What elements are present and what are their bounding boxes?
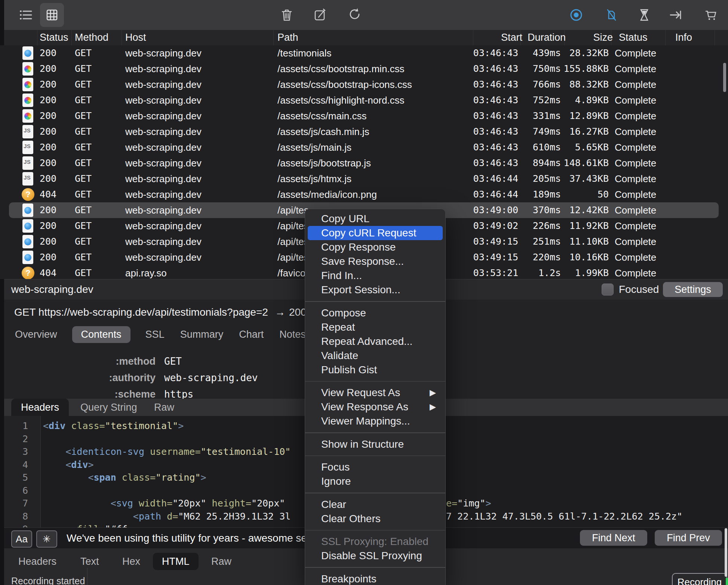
table-row[interactable]: JS200GETweb-scraping.dev/assets/js/cash.…	[0, 124, 728, 140]
cell-state: Complete	[615, 218, 667, 234]
cell-status: 200	[40, 155, 71, 171]
cell-host: web-scraping.dev	[125, 218, 272, 234]
table-row[interactable]: 200GETweb-scraping.dev/assets/css/highli…	[0, 92, 728, 108]
refresh-icon[interactable]	[343, 3, 367, 27]
table-row[interactable]: 200GETweb-scraping.dev/assets/css/bootst…	[0, 77, 728, 92]
app-window: Status Method Host Path Start Duration S…	[0, 0, 728, 585]
table-view-icon[interactable]	[40, 3, 64, 27]
record-icon[interactable]	[564, 3, 588, 27]
cell-start: 03:49:15	[451, 249, 518, 265]
cell-start: 03:49:02	[451, 218, 518, 234]
table-row[interactable]: JS200GETweb-scraping.dev/assets/js/main.…	[0, 140, 728, 155]
list-view-icon[interactable]	[14, 3, 38, 27]
detail-tabs: OverviewContentsSSLSummaryChartNotes	[14, 326, 307, 343]
menu-item-copy-response[interactable]: Copy Response	[308, 240, 443, 254]
table-header: Status Method Host Path Start Duration S…	[4, 30, 728, 45]
js-file-icon: JS	[22, 156, 34, 170]
viewer-tab-raw[interactable]: Raw	[202, 553, 240, 570]
menu-item-copy-url[interactable]: Copy URL	[308, 212, 443, 226]
table-row[interactable]: 200GETweb-scraping.dev/assets/css/main.c…	[0, 108, 728, 124]
subtab-headers[interactable]: Headers	[11, 399, 69, 416]
recording-button[interactable]: Recording	[672, 573, 727, 585]
bottom-scrollbar[interactable]	[725, 528, 727, 577]
ssl-slash-icon[interactable]	[599, 3, 623, 27]
cell-host: web-scraping.dev	[125, 187, 272, 202]
menu-item-repeat[interactable]: Repeat	[308, 320, 443, 334]
match-case-button[interactable]: Aa	[11, 530, 32, 548]
tab-notes[interactable]: Notes	[279, 326, 307, 343]
menu-item-repeat-advanced[interactable]: Repeat Advanced...	[308, 334, 443, 349]
table-row[interactable]: ?404GETweb-scraping.dev/assets/media/ico…	[0, 187, 728, 202]
table-row[interactable]: 200GETweb-scraping.dev/assets/css/bootst…	[0, 61, 728, 77]
header-key: :authority	[4, 370, 156, 386]
table-row[interactable]: JS200GETweb-scraping.dev/assets/js/boots…	[0, 155, 728, 171]
menu-item-export-session[interactable]: Export Session...	[308, 283, 443, 297]
menu-item-view-response-as[interactable]: View Response As▶	[308, 400, 443, 414]
cell-start: 03:49:15	[451, 234, 518, 249]
menu-item-publish-gist[interactable]: Publish Gist	[308, 363, 443, 377]
table-row[interactable]: JS200GETweb-scraping.dev/assets/js/htmx.…	[0, 171, 728, 187]
cell-host: web-scraping.dev	[125, 124, 272, 140]
menu-item-save-response[interactable]: Save Response...	[308, 254, 443, 269]
hourglass-icon[interactable]	[632, 3, 656, 27]
cell-size: 12.42KB	[553, 202, 609, 218]
col-status[interactable]: Status	[40, 30, 68, 45]
settings-button[interactable]: Settings	[663, 282, 723, 297]
table-scrollbar[interactable]	[723, 63, 726, 92]
menu-item-view-request-as[interactable]: View Request As▶	[308, 386, 443, 400]
cell-status: 200	[40, 92, 71, 108]
col-host[interactable]: Host	[125, 30, 146, 45]
trash-icon[interactable]	[275, 3, 299, 27]
col-path[interactable]: Path	[277, 30, 298, 45]
tab-chart[interactable]: Chart	[238, 326, 264, 343]
menu-item-clear[interactable]: Clear	[308, 497, 443, 512]
viewer-tab-text[interactable]: Text	[71, 553, 108, 570]
col-start[interactable]: Start	[455, 30, 522, 45]
regex-button[interactable]: ✳	[36, 530, 57, 548]
tab-overview[interactable]: Overview	[14, 326, 58, 343]
menu-item-validate[interactable]: Validate	[308, 349, 443, 363]
menu-item-show-in-structure[interactable]: Show in Structure	[308, 437, 443, 451]
find-next-button[interactable]: Find Next	[580, 530, 647, 546]
menu-item-ignore[interactable]: Ignore	[308, 474, 443, 488]
subtab-raw[interactable]: Raw	[144, 399, 184, 416]
col-size[interactable]: Size	[557, 30, 613, 45]
cell-path: /assets/css/bootstrap.min.css	[277, 61, 479, 77]
compose-icon[interactable]	[308, 3, 332, 27]
col-method[interactable]: Method	[75, 30, 108, 45]
col-info[interactable]: Info	[675, 30, 692, 45]
cell-state: Complete	[615, 155, 667, 171]
menu-item-copy-curl-request[interactable]: Copy cURL Request	[308, 226, 443, 240]
cell-state: Complete	[615, 108, 667, 124]
cell-host: web-scraping.dev	[125, 249, 272, 265]
cell-path: /assets/js/cash.min.js	[277, 124, 479, 140]
menu-item-clear-others[interactable]: Clear Others	[308, 512, 443, 526]
viewer-tab-hex[interactable]: Hex	[113, 553, 149, 570]
menu-item-disable-ssl-proxying[interactable]: Disable SSL Proxying	[308, 549, 443, 563]
jump-to-end-icon[interactable]	[664, 3, 688, 27]
table-row[interactable]: 200GETweb-scraping.dev/testimonials03:46…	[0, 45, 728, 61]
focused-checkbox[interactable]	[602, 284, 614, 295]
menu-item-find-in[interactable]: Find In...	[308, 269, 443, 283]
viewer-tab-headers[interactable]: Headers	[9, 553, 65, 570]
tab-contents[interactable]: Contents	[72, 326, 130, 343]
viewer-tab-html[interactable]: HTML	[153, 553, 199, 570]
cell-size: 4.89KB	[553, 92, 609, 108]
menu-item-compose[interactable]: Compose	[308, 306, 443, 320]
cell-method: GET	[75, 61, 120, 77]
cell-status: 404	[40, 187, 71, 202]
subtab-query-string[interactable]: Query String	[71, 399, 147, 416]
cell-status: 200	[40, 140, 71, 155]
detail-host-title: web-scraping.dev	[11, 279, 93, 300]
cell-path: /assets/css/highlight-nord.css	[277, 92, 479, 108]
search-query-text[interactable]: We've been using this utility for years …	[67, 528, 310, 549]
menu-item-viewer-mappings[interactable]: Viewer Mappings...	[308, 414, 443, 428]
cart-icon[interactable]	[699, 3, 723, 27]
cell-status: 200	[40, 77, 71, 92]
tab-ssl[interactable]: SSL	[145, 326, 165, 343]
menu-item-breakpoints[interactable]: Breakpoints	[308, 572, 443, 585]
find-prev-button[interactable]: Find Prev	[655, 530, 722, 546]
menu-item-focus[interactable]: Focus	[308, 460, 443, 474]
tab-summary[interactable]: Summary	[179, 326, 224, 343]
col-status2[interactable]: Status	[619, 30, 648, 45]
